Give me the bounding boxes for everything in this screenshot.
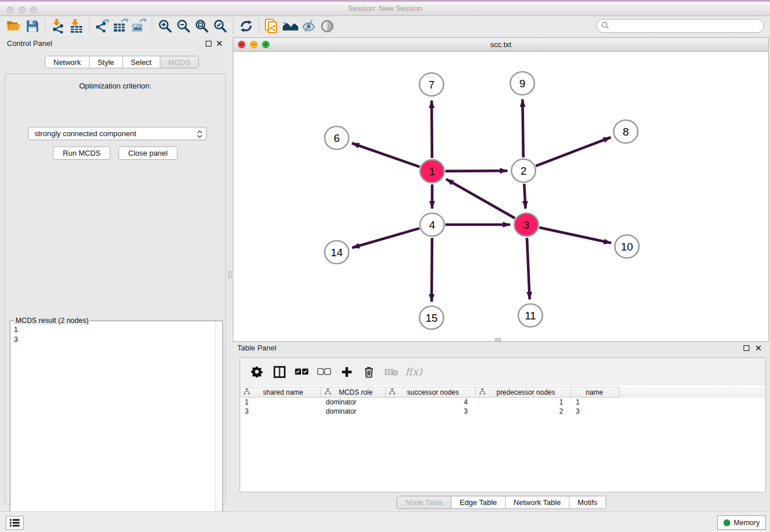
edge-1-6[interactable]	[352, 143, 419, 167]
edge-1-2[interactable]	[445, 171, 507, 171]
zoom-in-icon[interactable]	[156, 17, 174, 34]
delete-column-icon[interactable]	[360, 363, 378, 381]
criterion-select[interactable]: strongly connected component	[28, 127, 207, 140]
table-cell[interactable]: 4	[386, 398, 476, 407]
tab-network[interactable]: Network	[45, 56, 90, 68]
show-column-icon[interactable]	[271, 363, 288, 381]
table-cell[interactable]: 1	[240, 398, 321, 407]
edge-3-10[interactable]	[539, 228, 611, 243]
column-tree-icon	[389, 388, 395, 396]
table-options-gear-icon[interactable]	[248, 363, 265, 381]
window-control-dots[interactable]	[7, 5, 41, 16]
memory-button[interactable]: Memory	[717, 515, 766, 530]
select-stepper-icon	[197, 130, 202, 140]
result-scrollbar[interactable]	[215, 321, 222, 532]
save-session-icon[interactable]	[23, 17, 41, 34]
node-label-3: 3	[523, 219, 530, 231]
table-panel-tabs: Node Table Edge Table Network Table Moti…	[233, 496, 770, 509]
close-table-panel-icon[interactable]: ✕	[754, 343, 762, 353]
table-cell[interactable]: 3	[240, 407, 321, 416]
show-all-icon[interactable]	[318, 17, 336, 34]
table-cell[interactable]: 3	[571, 407, 619, 416]
zoom-fit-icon[interactable]	[192, 17, 211, 34]
table-cell[interactable]: dominator	[321, 398, 386, 407]
float-table-panel-icon[interactable]	[744, 344, 749, 353]
edge-3-11[interactable]	[527, 238, 530, 299]
node-table-rows: 1dominator4113dominator323	[240, 398, 765, 416]
export-image-icon[interactable]	[130, 17, 148, 34]
table-cell[interactable]: 3	[386, 407, 476, 416]
clone-network-icon[interactable]	[263, 17, 281, 34]
tab-mcds[interactable]: MCDS	[160, 56, 198, 68]
tab-select[interactable]: Select	[123, 56, 160, 68]
run-mcds-button[interactable]: Run MCDS	[53, 147, 110, 160]
network-window-titlebar[interactable]: ✕ – + scc.txt	[233, 38, 768, 52]
apply-layout-icon[interactable]	[237, 17, 255, 34]
edge-4-15[interactable]	[432, 238, 432, 302]
node-label-10: 10	[621, 241, 633, 253]
toolbar-separator	[45, 18, 45, 34]
minimize-window-icon[interactable]	[18, 6, 25, 13]
network-window-title: scc.txt	[233, 38, 768, 51]
node-label-1: 1	[429, 165, 436, 178]
column-header-shared-name[interactable]: shared name	[240, 387, 321, 398]
column-header-MCDS-role[interactable]: MCDS role	[321, 387, 386, 398]
network-maximize-icon[interactable]: +	[262, 41, 270, 48]
hide-selected-icon[interactable]	[299, 17, 318, 34]
vertical-splitter-handle[interactable]	[228, 271, 232, 279]
edge-3-1[interactable]	[446, 179, 515, 218]
edge-1-7[interactable]	[432, 101, 432, 158]
mcds-result-text[interactable]: 1 3	[10, 322, 215, 532]
zoom-out-icon[interactable]	[174, 17, 192, 34]
column-header-label: successor nodes	[395, 388, 475, 396]
close-window-icon[interactable]	[7, 6, 14, 13]
export-table-icon[interactable]	[111, 17, 130, 34]
import-table-icon[interactable]	[67, 17, 86, 34]
network-minimize-icon[interactable]: –	[250, 41, 257, 48]
column-header-predecessor-nodes[interactable]: predecessor nodes	[476, 387, 571, 398]
export-network-icon[interactable]	[93, 17, 111, 34]
table-cell[interactable]: dominator	[321, 407, 386, 416]
control-panel-tabs: Network Style Select MCDS	[45, 56, 199, 68]
tab-node-table[interactable]: Node Table	[397, 496, 452, 508]
node-table[interactable]: shared nameMCDS rolesuccessor nodesprede…	[240, 387, 765, 492]
delete-table-icon[interactable]	[383, 363, 400, 381]
open-file-icon[interactable]	[5, 17, 23, 34]
app-window-title: Session: New Session	[0, 2, 770, 16]
zoom-window-icon[interactable]	[30, 6, 37, 13]
tab-network-table[interactable]: Network Table	[506, 496, 569, 508]
edge-4-14[interactable]	[352, 228, 419, 248]
toolbar-separator	[259, 18, 259, 34]
zoom-selected-icon[interactable]	[211, 17, 229, 34]
close-panel-icon[interactable]: ✕	[215, 38, 223, 49]
table-row[interactable]: 1dominator411	[240, 398, 765, 407]
deselect-all-checkboxes-icon[interactable]	[315, 363, 333, 381]
node-label-6: 6	[334, 132, 340, 144]
column-header-name[interactable]: name	[571, 387, 619, 398]
edge-2-3[interactable]	[524, 184, 525, 209]
memory-status-icon	[723, 519, 730, 526]
edge-2-9[interactable]	[522, 99, 523, 157]
function-builder-icon[interactable]: f(x)	[405, 363, 422, 381]
column-header-successor-nodes[interactable]: successor nodes	[386, 387, 476, 398]
network-close-icon[interactable]: ✕	[238, 41, 245, 48]
edge-2-8[interactable]	[536, 137, 610, 166]
table-cell[interactable]: 1	[571, 398, 619, 407]
table-cell[interactable]: 1	[476, 398, 571, 407]
select-all-checkboxes-icon[interactable]	[293, 363, 310, 381]
import-network-icon[interactable]	[49, 17, 67, 34]
network-graph-canvas[interactable]: 7968124314101511	[233, 52, 768, 341]
search-input[interactable]	[596, 19, 764, 33]
task-history-button[interactable]	[6, 516, 24, 530]
close-panel-button[interactable]: Close panel	[118, 147, 178, 160]
tab-motifs[interactable]: Motifs	[569, 496, 606, 508]
table-row[interactable]: 3dominator323	[240, 407, 765, 416]
tab-edge-table[interactable]: Edge Table	[452, 496, 506, 508]
first-neighbors-icon[interactable]	[281, 17, 299, 34]
column-tree-icon	[479, 388, 486, 396]
add-column-icon[interactable]	[338, 363, 355, 381]
float-panel-icon[interactable]	[206, 40, 211, 48]
table-cell[interactable]: 2	[476, 407, 571, 416]
horizontal-splitter-handle[interactable]	[495, 338, 501, 341]
tab-style[interactable]: Style	[90, 56, 123, 68]
